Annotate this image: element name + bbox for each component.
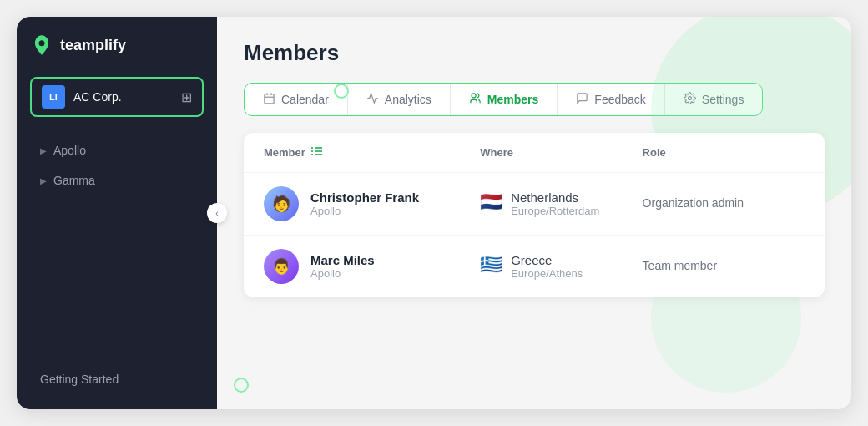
location-info: Netherlands Europe/Rotterdam xyxy=(511,190,599,217)
table-header: Member Where Role xyxy=(244,133,825,173)
svg-point-0 xyxy=(39,40,45,46)
tab-calendar-label: Calendar xyxy=(281,93,329,106)
table-row: 🧑 Christopher Frank Apollo 🇳🇱 Netherland… xyxy=(244,173,825,236)
svg-point-6 xyxy=(688,97,691,100)
member-info: Christopher Frank Apollo xyxy=(310,190,419,217)
sidebar-item-gamma[interactable]: ▶ Gamma xyxy=(30,167,204,194)
tab-settings[interactable]: Settings xyxy=(665,84,763,115)
members-table: Member Where Role 🧑 Christopher Frank Ap… xyxy=(244,133,825,297)
role-cell: Organization admin xyxy=(643,195,805,212)
chevron-icon: ▶ xyxy=(40,146,47,155)
filter-icon[interactable] xyxy=(310,145,324,160)
tab-feedback[interactable]: Feedback xyxy=(558,84,664,115)
header-role: Role xyxy=(643,145,805,160)
sidebar-collapse-button[interactable]: ‹ xyxy=(207,203,227,223)
table-row: 👨 Marc Miles Apollo 🇬🇷 Greece Europe/Ath… xyxy=(244,236,825,297)
location-cell: 🇳🇱 Netherlands Europe/Rotterdam xyxy=(480,190,642,217)
tab-members-label: Members xyxy=(487,93,538,106)
svg-rect-1 xyxy=(265,94,274,104)
tabs-bar: Calendar Analytics Members Feedback xyxy=(244,83,763,116)
getting-started-link[interactable]: Getting Started xyxy=(30,366,204,393)
workspace-avatar: LI xyxy=(42,85,65,109)
tab-settings-label: Settings xyxy=(702,93,744,106)
settings-icon xyxy=(684,92,696,107)
workspace-info: LI AC Corp. xyxy=(42,85,122,109)
sidebar-nav: ▶ Apollo ▶ Gamma xyxy=(30,137,204,366)
flag-icon: 🇳🇱 xyxy=(480,191,502,213)
header-member: Member xyxy=(264,145,480,160)
sidebar: teamplify LI AC Corp. ⊞ ▶ Apollo ▶ Gamma… xyxy=(17,17,217,409)
sidebar-item-label: Apollo xyxy=(53,144,86,157)
timezone: Europe/Rotterdam xyxy=(511,205,599,217)
app-name: teamplify xyxy=(60,37,126,54)
location-info: Greece Europe/Athens xyxy=(511,253,583,280)
tab-feedback-label: Feedback xyxy=(594,93,645,106)
feedback-icon xyxy=(576,92,588,107)
page-title: Members xyxy=(244,40,825,66)
sidebar-item-label: Gamma xyxy=(53,174,95,187)
grid-icon: ⊞ xyxy=(181,89,192,105)
member-cell: 👨 Marc Miles Apollo xyxy=(264,249,480,284)
member-team: Apollo xyxy=(310,267,375,280)
workspace-name: AC Corp. xyxy=(73,90,122,104)
tab-analytics-label: Analytics xyxy=(385,93,431,106)
flag-icon: 🇬🇷 xyxy=(480,254,502,276)
member-team: Apollo xyxy=(310,205,419,217)
member-cell: 🧑 Christopher Frank Apollo xyxy=(264,186,480,221)
calendar-icon xyxy=(263,92,275,107)
member-name: Christopher Frank xyxy=(310,190,419,205)
workspace-selector[interactable]: LI AC Corp. ⊞ xyxy=(30,77,204,117)
avatar: 🧑 xyxy=(264,186,299,221)
avatar: 👨 xyxy=(264,249,299,284)
tab-calendar[interactable]: Calendar xyxy=(245,84,348,115)
main-content: Members Calendar Analytics Members xyxy=(217,17,851,409)
logo-icon xyxy=(30,33,53,57)
tab-analytics[interactable]: Analytics xyxy=(348,84,451,115)
sidebar-item-apollo[interactable]: ▶ Apollo xyxy=(30,137,204,164)
member-info: Marc Miles Apollo xyxy=(310,253,375,280)
location-cell: 🇬🇷 Greece Europe/Athens xyxy=(480,253,642,280)
role-cell: Team member xyxy=(643,258,805,275)
logo: teamplify xyxy=(30,33,204,57)
member-name: Marc Miles xyxy=(310,253,375,267)
svg-point-5 xyxy=(472,94,476,98)
tab-members[interactable]: Members xyxy=(451,84,558,115)
header-where: Where xyxy=(480,145,642,160)
deco-circle-small-bottom xyxy=(234,378,249,393)
country-name: Greece xyxy=(511,253,583,267)
country-name: Netherlands xyxy=(511,190,599,205)
members-icon xyxy=(469,92,482,107)
analytics-icon xyxy=(366,92,379,107)
timezone: Europe/Athens xyxy=(511,267,583,280)
chevron-icon: ▶ xyxy=(40,176,47,185)
